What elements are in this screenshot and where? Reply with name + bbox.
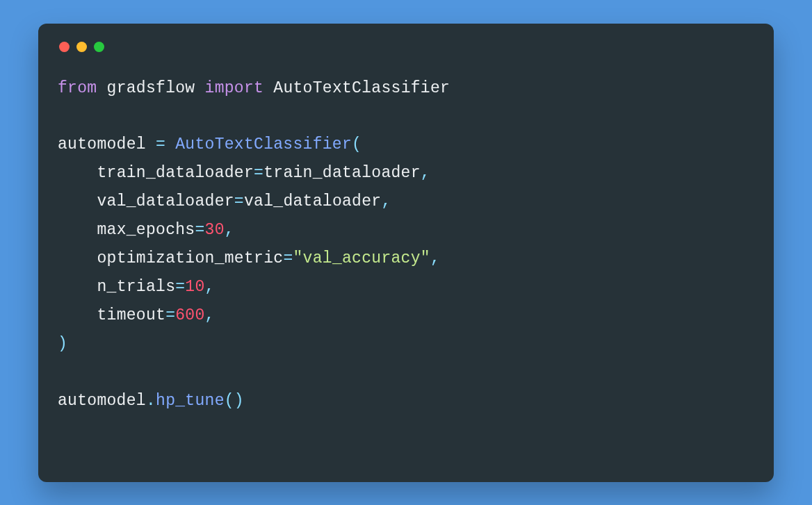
kwarg-name: timeout bbox=[97, 306, 165, 324]
indent bbox=[58, 249, 97, 267]
kwarg-name: max_epochs bbox=[97, 221, 195, 239]
equals: = bbox=[234, 192, 244, 210]
dot-op: . bbox=[146, 392, 156, 410]
comma: , bbox=[205, 278, 215, 296]
zoom-icon[interactable] bbox=[94, 42, 104, 52]
open-paren: ( bbox=[352, 135, 362, 154]
comma: , bbox=[205, 306, 215, 324]
indent bbox=[58, 164, 97, 182]
keyword-from: from bbox=[58, 79, 97, 97]
indent bbox=[58, 278, 97, 296]
minimize-icon[interactable] bbox=[76, 42, 87, 52]
kwarg-name: n_trials bbox=[97, 278, 175, 296]
kwarg-value: 600 bbox=[175, 306, 204, 324]
equals: = bbox=[195, 221, 204, 239]
indent bbox=[58, 221, 97, 239]
kwarg-name: val_dataloader bbox=[97, 192, 234, 210]
var-automodel: automodel bbox=[58, 135, 146, 154]
comma: , bbox=[430, 249, 440, 267]
kwarg-value: val_dataloader bbox=[244, 192, 381, 210]
equals: = bbox=[165, 306, 175, 324]
object-ref: automodel bbox=[58, 392, 146, 410]
close-paren: ) bbox=[58, 335, 67, 353]
kwarg-value: 10 bbox=[185, 278, 204, 296]
equals: = bbox=[175, 278, 185, 296]
comma: , bbox=[381, 192, 391, 210]
keyword-import: import bbox=[205, 79, 264, 97]
assign-op: = bbox=[146, 135, 175, 154]
class-call: AutoTextClassifier bbox=[175, 135, 352, 154]
method-call: hp_tune bbox=[156, 392, 225, 410]
comma: , bbox=[421, 164, 430, 182]
kwarg-value: "val_accuracy" bbox=[293, 249, 430, 267]
close-icon[interactable] bbox=[59, 42, 70, 52]
import-symbol: AutoTextClassifier bbox=[273, 79, 450, 97]
call-parens: () bbox=[225, 392, 244, 410]
comma: , bbox=[225, 221, 234, 239]
window-titlebar bbox=[58, 40, 754, 59]
kwarg-value: 30 bbox=[205, 221, 225, 239]
module-name: gradsflow bbox=[107, 79, 195, 97]
kwarg-name: train_dataloader bbox=[97, 164, 254, 182]
kwarg-name: optimization_metric bbox=[97, 249, 283, 267]
indent bbox=[58, 306, 97, 324]
equals: = bbox=[254, 164, 263, 182]
kwarg-value: train_dataloader bbox=[263, 164, 421, 182]
code-window: from gradsflow import AutoTextClassifier… bbox=[38, 24, 774, 482]
code-block: from gradsflow import AutoTextClassifier… bbox=[58, 74, 754, 415]
indent bbox=[58, 192, 97, 210]
equals: = bbox=[283, 249, 293, 267]
